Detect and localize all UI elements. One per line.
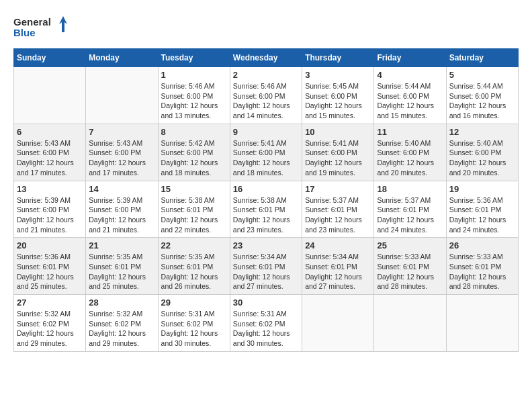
day-number: 15 [161,184,227,194]
day-of-week-header: Tuesday [158,49,230,67]
day-info: Sunrise: 5:35 AMSunset: 6:01 PMDaylight:… [161,252,227,291]
day-number: 8 [161,127,227,137]
day-number: 4 [377,70,443,80]
calendar-table: SundayMondayTuesdayWednesdayThursdayFrid… [13,48,519,352]
calendar-day-cell: 29Sunrise: 5:31 AMSunset: 6:02 PMDayligh… [158,295,230,352]
day-info: Sunrise: 5:33 AMSunset: 6:01 PMDaylight:… [377,252,443,291]
calendar-day-cell: 25Sunrise: 5:33 AMSunset: 6:01 PMDayligh… [374,238,446,295]
day-of-week-header: Wednesday [230,49,302,67]
calendar-empty-cell [302,295,374,352]
day-number: 29 [161,298,227,308]
logo-svg: General Blue [13,13,67,42]
day-number: 28 [89,298,154,308]
day-info: Sunrise: 5:36 AMSunset: 6:01 PMDaylight:… [17,252,83,291]
day-number: 5 [449,70,515,80]
calendar-day-cell: 4Sunrise: 5:44 AMSunset: 6:00 PMDaylight… [374,67,446,124]
day-info: Sunrise: 5:37 AMSunset: 6:01 PMDaylight:… [377,195,443,235]
day-number: 7 [89,127,154,137]
day-info: Sunrise: 5:33 AMSunset: 6:01 PMDaylight:… [449,252,515,291]
day-number: 2 [233,70,299,80]
day-number: 9 [233,127,299,137]
day-number: 30 [233,298,299,308]
day-number: 21 [89,240,154,250]
day-number: 18 [377,184,443,194]
day-info: Sunrise: 5:45 AMSunset: 6:00 PMDaylight:… [305,81,371,121]
calendar-day-cell: 8Sunrise: 5:42 AMSunset: 6:00 PMDaylight… [158,124,230,181]
day-info: Sunrise: 5:32 AMSunset: 6:02 PMDaylight:… [17,309,83,349]
calendar-day-cell: 20Sunrise: 5:36 AMSunset: 6:01 PMDayligh… [14,238,86,295]
day-info: Sunrise: 5:41 AMSunset: 6:00 PMDaylight:… [305,138,371,178]
day-number: 3 [305,70,371,80]
calendar-day-cell: 18Sunrise: 5:37 AMSunset: 6:01 PMDayligh… [374,181,446,238]
day-of-week-header: Thursday [302,49,374,67]
calendar-empty-cell [14,67,86,124]
day-info: Sunrise: 5:35 AMSunset: 6:01 PMDaylight:… [89,252,154,291]
day-info: Sunrise: 5:46 AMSunset: 6:00 PMDaylight:… [233,81,299,121]
day-number: 16 [233,184,299,194]
calendar-day-cell: 24Sunrise: 5:34 AMSunset: 6:01 PMDayligh… [302,238,374,295]
day-number: 6 [17,127,83,137]
calendar-week-row: 20Sunrise: 5:36 AMSunset: 6:01 PMDayligh… [14,238,519,295]
day-info: Sunrise: 5:39 AMSunset: 6:00 PMDaylight:… [89,195,154,235]
calendar-empty-cell [446,295,518,352]
day-number: 10 [305,127,371,137]
calendar-day-cell: 30Sunrise: 5:31 AMSunset: 6:02 PMDayligh… [230,295,302,352]
day-info: Sunrise: 5:31 AMSunset: 6:02 PMDaylight:… [161,309,227,349]
day-info: Sunrise: 5:38 AMSunset: 6:01 PMDaylight:… [161,195,227,235]
svg-marker-2 [59,16,67,32]
calendar-day-cell: 16Sunrise: 5:38 AMSunset: 6:01 PMDayligh… [230,181,302,238]
calendar-day-cell: 2Sunrise: 5:46 AMSunset: 6:00 PMDaylight… [230,67,302,124]
day-info: Sunrise: 5:31 AMSunset: 6:02 PMDaylight:… [233,309,299,349]
day-info: Sunrise: 5:40 AMSunset: 6:00 PMDaylight:… [377,138,443,178]
day-info: Sunrise: 5:43 AMSunset: 6:00 PMDaylight:… [89,138,154,178]
day-info: Sunrise: 5:34 AMSunset: 6:01 PMDaylight:… [305,252,371,291]
calendar-day-cell: 21Sunrise: 5:35 AMSunset: 6:01 PMDayligh… [86,238,158,295]
calendar-day-cell: 22Sunrise: 5:35 AMSunset: 6:01 PMDayligh… [158,238,230,295]
day-number: 23 [233,240,299,250]
day-number: 24 [305,240,371,250]
day-info: Sunrise: 5:37 AMSunset: 6:01 PMDaylight:… [305,195,371,235]
calendar-day-cell: 15Sunrise: 5:38 AMSunset: 6:01 PMDayligh… [158,181,230,238]
day-number: 14 [89,184,154,194]
calendar-day-cell: 12Sunrise: 5:40 AMSunset: 6:00 PMDayligh… [446,124,518,181]
day-info: Sunrise: 5:40 AMSunset: 6:00 PMDaylight:… [449,138,515,178]
day-number: 13 [17,184,83,194]
calendar-day-cell: 5Sunrise: 5:44 AMSunset: 6:00 PMDaylight… [446,67,518,124]
day-info: Sunrise: 5:42 AMSunset: 6:00 PMDaylight:… [161,138,227,178]
day-info: Sunrise: 5:41 AMSunset: 6:00 PMDaylight:… [233,138,299,178]
day-number: 1 [161,70,227,80]
day-info: Sunrise: 5:46 AMSunset: 6:00 PMDaylight:… [161,81,227,121]
calendar-week-row: 13Sunrise: 5:39 AMSunset: 6:00 PMDayligh… [14,181,519,238]
svg-text:Blue: Blue [13,27,36,38]
calendar-day-cell: 10Sunrise: 5:41 AMSunset: 6:00 PMDayligh… [302,124,374,181]
day-number: 19 [449,184,515,194]
calendar-week-row: 27Sunrise: 5:32 AMSunset: 6:02 PMDayligh… [14,295,519,352]
day-number: 22 [161,240,227,250]
day-number: 26 [449,240,515,250]
page-header: General Blue [13,13,519,42]
svg-text:General: General [13,16,51,28]
calendar-day-cell: 7Sunrise: 5:43 AMSunset: 6:00 PMDaylight… [86,124,158,181]
calendar-day-cell: 26Sunrise: 5:33 AMSunset: 6:01 PMDayligh… [446,238,518,295]
calendar-day-cell: 3Sunrise: 5:45 AMSunset: 6:00 PMDaylight… [302,67,374,124]
day-number: 27 [17,298,83,308]
day-of-week-header: Monday [86,49,158,67]
calendar-empty-cell [374,295,446,352]
day-info: Sunrise: 5:36 AMSunset: 6:01 PMDaylight:… [449,195,515,235]
calendar-header-row: SundayMondayTuesdayWednesdayThursdayFrid… [14,49,519,67]
day-of-week-header: Saturday [446,49,518,67]
calendar-day-cell: 28Sunrise: 5:32 AMSunset: 6:02 PMDayligh… [86,295,158,352]
logo: General Blue [13,13,67,42]
calendar-day-cell: 19Sunrise: 5:36 AMSunset: 6:01 PMDayligh… [446,181,518,238]
day-number: 25 [377,240,443,250]
day-number: 11 [377,127,443,137]
day-number: 17 [305,184,371,194]
day-number: 20 [17,240,83,250]
calendar-day-cell: 9Sunrise: 5:41 AMSunset: 6:00 PMDaylight… [230,124,302,181]
day-info: Sunrise: 5:38 AMSunset: 6:01 PMDaylight:… [233,195,299,235]
calendar-week-row: 1Sunrise: 5:46 AMSunset: 6:00 PMDaylight… [14,67,519,124]
calendar-week-row: 6Sunrise: 5:43 AMSunset: 6:00 PMDaylight… [14,124,519,181]
calendar-empty-cell [86,67,158,124]
calendar-day-cell: 14Sunrise: 5:39 AMSunset: 6:00 PMDayligh… [86,181,158,238]
day-of-week-header: Friday [374,49,446,67]
